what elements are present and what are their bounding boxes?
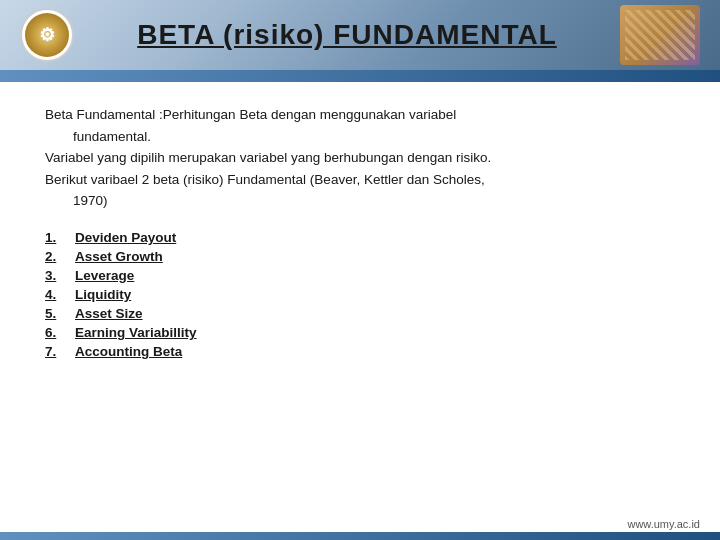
page-title: BETA (risiko) FUNDAMENTAL	[74, 19, 620, 51]
logo-circle: ⚙	[20, 8, 74, 62]
intro-line1: Beta Fundamental :Perhitungan Beta denga…	[45, 104, 675, 147]
list-item-number: 3.	[45, 268, 75, 283]
list-item-number: 4.	[45, 287, 75, 302]
list-item-label: Leverage	[75, 268, 134, 283]
list-item: 6.Earning Variabillity	[45, 325, 675, 340]
header-bar: ⚙ BETA (risiko) FUNDAMENTAL	[0, 0, 720, 70]
list-item-label: Asset Growth	[75, 249, 163, 264]
list-item-label: Liquidity	[75, 287, 131, 302]
list-item-label: Deviden Payout	[75, 230, 176, 245]
list-item: 4.Liquidity	[45, 287, 675, 302]
list-item-number: 2.	[45, 249, 75, 264]
footer-url: www.umy.ac.id	[627, 518, 700, 530]
intro-line3-text: Berikut varibael 2 beta (risiko) Fundame…	[45, 172, 485, 187]
fundamental-list: 1.Deviden Payout2.Asset Growth3.Leverage…	[45, 230, 675, 359]
intro-line2: Variabel yang dipilih merupakan variabel…	[45, 147, 675, 169]
intro-line3-indent: 1970)	[73, 193, 108, 208]
main-content: Beta Fundamental :Perhitungan Beta denga…	[0, 82, 720, 399]
logo-inner: ⚙	[25, 13, 69, 57]
header-decorative-image	[620, 5, 700, 65]
list-item: 2.Asset Growth	[45, 249, 675, 264]
list-item-label: Accounting Beta	[75, 344, 182, 359]
list-item-number: 1.	[45, 230, 75, 245]
list-item-number: 6.	[45, 325, 75, 340]
list-item-number: 5.	[45, 306, 75, 321]
list-item-label: Earning Variabillity	[75, 325, 197, 340]
list-item: 5.Asset Size	[45, 306, 675, 321]
list-item: 1.Deviden Payout	[45, 230, 675, 245]
intro-line3: Berikut varibael 2 beta (risiko) Fundame…	[45, 169, 675, 212]
intro-text: Beta Fundamental :Perhitungan Beta denga…	[45, 104, 675, 212]
list-item: 7.Accounting Beta	[45, 344, 675, 359]
list-item-label: Asset Size	[75, 306, 143, 321]
intro-line1-text: Beta Fundamental :Perhitungan Beta denga…	[45, 107, 456, 122]
list-item: 3.Leverage	[45, 268, 675, 283]
bottom-stripe	[0, 532, 720, 540]
header-stripe	[0, 70, 720, 82]
list-item-number: 7.	[45, 344, 75, 359]
intro-line1-indent: fundamental.	[73, 129, 151, 144]
logo-symbol: ⚙	[39, 24, 55, 46]
